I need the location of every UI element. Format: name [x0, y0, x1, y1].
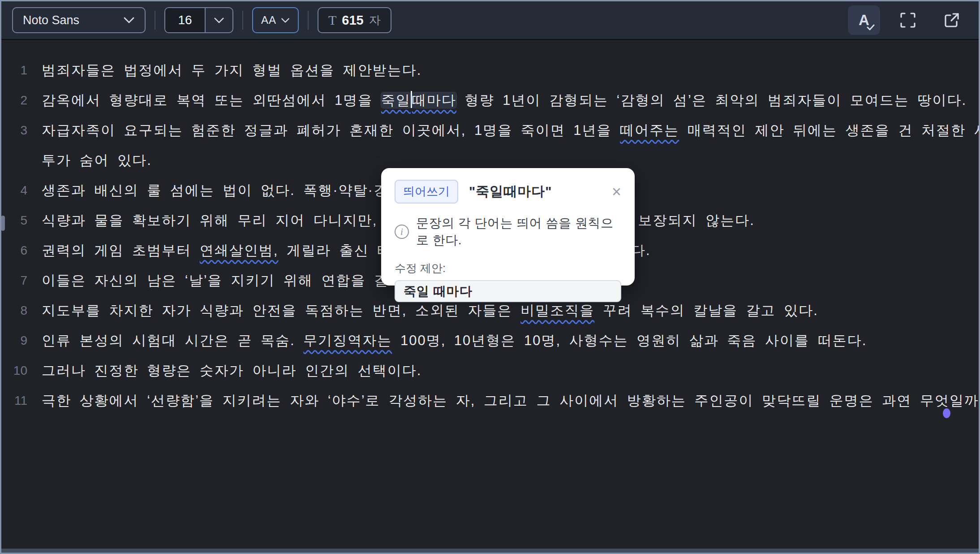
- popup-rule-row: i 문장의 각 단어는 띄어 씀을 원칙으로 한다.: [395, 215, 621, 249]
- chevron-down-icon: [123, 17, 135, 24]
- chevron-down-icon: [214, 17, 224, 24]
- line-text: 인류 본성의 시험대 시간은 곧 목숨. 무기징역자는 100명, 10년형은 …: [42, 325, 979, 355]
- spellcheck-check-icon: [867, 24, 875, 30]
- flagged-word[interactable]: 비밀조직을: [520, 303, 594, 318]
- line-text: 범죄자들은 법정에서 두 가지 형벌 옵션을 제안받는다.: [42, 55, 979, 85]
- suggestion-label: 수정 제안:: [395, 261, 621, 276]
- line-number: 10: [1, 355, 42, 385]
- font-size-control: 16: [164, 7, 233, 33]
- text-segment: 자급자족이 요구되는 험준한 정글과 폐허가 혼재한 이곳에서, 1명을 죽이면…: [42, 122, 620, 138]
- chevron-down-icon: [281, 17, 290, 23]
- popup-header: 띄어쓰기 "죽일때마다" ×: [395, 180, 621, 203]
- line-number: 7: [1, 265, 42, 295]
- editor-line[interactable]: 1범죄자들은 법정에서 두 가지 형벌 옵션을 제안받는다.: [1, 55, 979, 85]
- flagged-word[interactable]: 연쇄살인범,: [200, 242, 279, 258]
- editor-line[interactable]: 10그러나 진정한 형량은 숫자가 아니라 인간의 선택이다.: [1, 355, 979, 385]
- toolbar: Noto Sans 16 AA T 615 자 A: [1, 1, 979, 40]
- text-segment: 매력적인 제안 뒤에는 생존을 건 처절한 사: [679, 122, 980, 138]
- flagged-word[interactable]: 떼어주는: [620, 122, 679, 138]
- line-number: 6: [1, 235, 42, 265]
- text-segment: 권력의 게임 초범부터: [42, 242, 200, 258]
- letter-case-button[interactable]: AA: [252, 7, 299, 33]
- char-count-value: 615: [342, 13, 363, 28]
- text-segment: 형량 1년이 감형되는 ‘감형의 섬’은 최악의 범죄자들이 모여드는 땅이다.: [456, 92, 967, 108]
- font-family-value: Noto Sans: [23, 13, 79, 27]
- char-count-unit: 자: [369, 13, 381, 28]
- line-number: 9: [1, 325, 42, 355]
- editor-line[interactable]: 2감옥에서 형량대로 복역 또는 외딴섬에서 1명을 죽일때마다 형량 1년이 …: [1, 85, 979, 115]
- rule-description: 문장의 각 단어는 띄어 씀을 원칙으로 한다.: [416, 215, 621, 249]
- font-size-value[interactable]: 16: [165, 8, 205, 32]
- char-count-badge: T 615 자: [318, 7, 391, 33]
- fullscreen-button[interactable]: [892, 5, 924, 35]
- text-segment: 인류 본성의 시험대 시간은 곧 목숨.: [42, 333, 303, 348]
- line-number: 2: [1, 85, 42, 115]
- text-segment: 이들은 자신의 남은 ‘날’을 지키기 위해 연합을 결: [42, 273, 389, 288]
- line-number: 8: [1, 295, 42, 325]
- toolbar-right-group: A: [848, 5, 968, 35]
- editor-line[interactable]: 9인류 본성의 시험대 시간은 곧 목숨. 무기징역자는 100명, 10년형은…: [1, 325, 979, 355]
- text-segment: 감옥에서 형량대로 복역 또는 외딴섬에서 1명을: [42, 92, 381, 108]
- flagged-word: "죽일때마다": [469, 182, 552, 201]
- text-segment: 투가 숨어 있다.: [42, 152, 152, 168]
- open-external-icon: [943, 12, 960, 29]
- line-number: 4: [1, 175, 42, 205]
- line-text: 감옥에서 형량대로 복역 또는 외딴섬에서 1명을 죽일때마다 형량 1년이 감…: [42, 85, 979, 115]
- flagged-word[interactable]: 때마다: [412, 92, 456, 108]
- line-number: 5: [1, 205, 42, 235]
- line-number: [1, 145, 42, 175]
- editor-line[interactable]: 3자급자족이 요구되는 험준한 정글과 폐허가 혼재한 이곳에서, 1명을 죽이…: [1, 115, 979, 145]
- line-number: 1: [1, 55, 42, 85]
- text-segment: 그러나 진정한 형량은 숫자가 아니라 인간의 선택이다.: [42, 363, 421, 378]
- toolbar-divider: [242, 11, 243, 30]
- fullscreen-icon: [899, 12, 916, 29]
- text-segment: 꾸려 복수의 칼날을 갈고 있다.: [594, 303, 818, 318]
- text-segment: 식량과 물을 확보하기 위해 무리 지어 다니지만,: [42, 212, 386, 228]
- text-segment: 극한 상황에서 ‘선량함’을 지키려는 자와 ‘야수’로 각성하는 자, 그리고…: [42, 393, 980, 408]
- letter-case-label: AA: [261, 14, 276, 26]
- font-size-dropdown[interactable]: [205, 8, 232, 32]
- text-segment: 생존과 배신의 룰 섬에는 법이 없다. 폭행·약탈·강: [42, 182, 388, 198]
- text-tool-icon: T: [328, 13, 336, 28]
- flagged-word[interactable]: 죽일: [381, 92, 411, 108]
- rule-type-badge[interactable]: 띄어쓰기: [395, 180, 458, 203]
- text-segment: 지도부를 차지한 자가 식량과 안전을 독점하는 반면, 소외된 자들은: [42, 303, 520, 318]
- text-segment: 범죄자들은 법정에서 두 가지 형벌 옵션을 제안받는다.: [42, 62, 421, 78]
- text-segment: 100명, 10년형은 10명, 사형수는 영원히 삶과 죽음 사이를 떠돈다.: [392, 333, 867, 348]
- spellcheck-popup: 띄어쓰기 "죽일때마다" × i 문장의 각 단어는 띄어 씀을 원칙으로 한다…: [381, 168, 635, 286]
- font-family-select[interactable]: Noto Sans: [12, 7, 146, 33]
- toolbar-divider: [308, 11, 309, 30]
- suggestion-input[interactable]: [395, 280, 621, 302]
- text-segment: 게릴라 출신 테: [278, 242, 392, 258]
- collaborator-cursor-dot: [943, 408, 950, 418]
- line-number: 11: [1, 385, 42, 416]
- close-icon[interactable]: ×: [612, 184, 621, 200]
- line-text: 그러나 진정한 형량은 숫자가 아니라 인간의 선택이다.: [42, 355, 979, 385]
- toolbar-divider: [155, 11, 155, 30]
- spellcheck-toggle-button[interactable]: A: [848, 5, 880, 35]
- open-external-button[interactable]: [936, 5, 968, 35]
- line-number: 3: [1, 115, 42, 145]
- app-window: Noto Sans 16 AA T 615 자 A: [0, 0, 980, 554]
- line-text: 극한 상황에서 ‘선량함’을 지키려는 자와 ‘야수’로 각성하는 자, 그리고…: [42, 385, 980, 416]
- editor-line[interactable]: 11극한 상황에서 ‘선량함’을 지키려는 자와 ‘야수’로 각성하는 자, 그…: [1, 385, 979, 416]
- window-edge-handle[interactable]: [1, 216, 5, 231]
- flagged-word[interactable]: 무기징역자는: [303, 333, 392, 348]
- window-bottom-bar: [1, 549, 979, 553]
- text-segment: 도 보장되지 않는다.: [615, 205, 755, 235]
- info-icon: i: [395, 225, 409, 239]
- line-text: 자급자족이 요구되는 험준한 정글과 폐허가 혼재한 이곳에서, 1명을 죽이면…: [42, 115, 980, 145]
